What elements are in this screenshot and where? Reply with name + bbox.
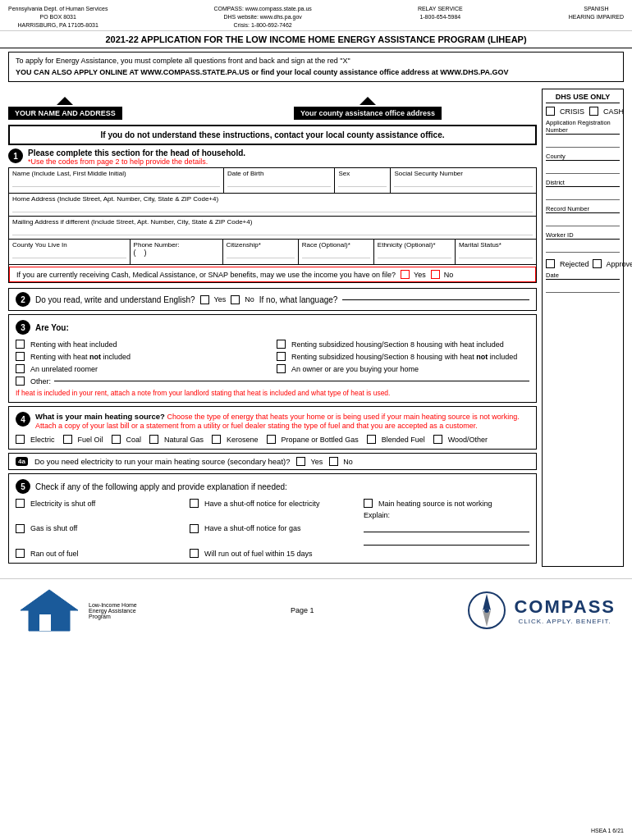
marital-value[interactable] [459, 249, 533, 258]
section-4-cb-wood[interactable] [433, 435, 442, 444]
section-3-cb-5[interactable] [16, 364, 25, 373]
section-4-title-bold: What is your main heating source? [35, 412, 165, 421]
dhs-county-line[interactable] [546, 162, 620, 174]
dhs-worker: Worker ID [546, 231, 620, 253]
ethnicity-value[interactable] [378, 249, 451, 258]
citizenship-value[interactable] [227, 249, 295, 258]
section-4-naturalgas[interactable]: Natural Gas [149, 435, 204, 444]
dhs-approved-checkbox[interactable] [593, 259, 602, 268]
apply-banner: To apply for Energy Assistance, you must… [8, 52, 624, 82]
section-4-cb-blended[interactable] [367, 435, 376, 444]
ssn-value[interactable] [394, 177, 533, 187]
section-2-yes-checkbox[interactable] [200, 295, 209, 304]
section-5-cb-3[interactable] [364, 499, 373, 508]
dhs-date-line[interactable] [546, 281, 620, 293]
section-4-fueloil[interactable]: Fuel Oil [63, 435, 103, 444]
section-3-other-field[interactable] [54, 381, 529, 381]
liheap-program-label: Low-Income Home Energy Assistance Progra… [89, 602, 138, 619]
section-3-option-1[interactable]: Renting with heat included [16, 340, 268, 349]
dhs-record-line[interactable] [546, 215, 620, 226]
section-3-option-4[interactable]: Renting subsidized housing/Section 8 hou… [277, 352, 529, 361]
dhs-approved-label[interactable]: Approved [593, 259, 632, 268]
mailing-address-label: Mailing Address if different (Include St… [12, 218, 533, 226]
home-address-value[interactable] [12, 203, 533, 212]
dhs-rejected-checkbox[interactable] [546, 259, 555, 268]
sex-value[interactable] [338, 177, 387, 187]
section-4-blended[interactable]: Blended Fuel [367, 435, 425, 444]
section-2-no-label[interactable]: No [231, 295, 254, 304]
main-title: 2021-22 APPLICATION FOR THE LOW INCOME H… [0, 31, 632, 48]
section-5-option-6[interactable]: Ran out of fuel [16, 549, 181, 558]
county-office-address-box: Your county assistance office address [294, 97, 442, 120]
header-col-3: RELAY SERVICE 1-800-654-5984 [418, 5, 463, 21]
section-4-cb-coal[interactable] [112, 435, 121, 444]
section-3-cb-3[interactable] [16, 352, 25, 361]
dhs-cash-checkbox[interactable] [589, 107, 598, 116]
dhs-crisis-label[interactable]: CRISIS [546, 107, 584, 116]
mailing-address-value[interactable] [12, 226, 533, 235]
footer-center: Page 1 [291, 606, 314, 614]
section-4a-no-checkbox[interactable] [329, 457, 338, 466]
section-3-cb-other[interactable] [16, 377, 25, 386]
section-3-other-option[interactable]: Other: [16, 377, 51, 386]
dhs-district-line[interactable] [546, 189, 620, 200]
section-3-cb-6[interactable] [277, 364, 286, 373]
section-5-cb-1[interactable] [16, 499, 25, 508]
section-4-cb-kerosene[interactable] [212, 435, 221, 444]
section-4-cb-naturalgas[interactable] [149, 435, 158, 444]
explain-line-2[interactable] [364, 536, 529, 546]
income-no-label[interactable]: No [431, 270, 454, 279]
section-4-wood[interactable]: Wood/Other [433, 435, 488, 444]
section-5-option-1[interactable]: Electricity is shut off [16, 499, 181, 508]
section-4a-yes-label[interactable]: Yes [296, 457, 323, 466]
section-3-option-5[interactable]: An unrelated roomer [16, 364, 268, 373]
section-2-no-checkbox[interactable] [231, 295, 240, 304]
section-5-cb-4[interactable] [16, 524, 25, 533]
section-5-option-7[interactable]: Will run out of fuel within 15 days [190, 549, 355, 558]
section-4-electric[interactable]: Electric [16, 435, 55, 444]
phone-area[interactable]: ( ) [134, 249, 219, 257]
section-4-cb-electric[interactable] [16, 435, 25, 444]
section-4-propane[interactable]: Propane or Bottled Gas [267, 435, 359, 444]
section-4-cb-fueloil[interactable] [63, 435, 72, 444]
ethnicity-label: Ethnicity (Optional)* [378, 241, 451, 249]
section-2-language-field[interactable] [342, 299, 529, 300]
dhs-cash-label[interactable]: CASH [589, 107, 624, 116]
section-4-kerosene[interactable]: Kerosene [212, 435, 259, 444]
explain-line-1[interactable] [364, 523, 529, 532]
section-3-cb-1[interactable] [16, 340, 25, 349]
section-5-cb-2[interactable] [190, 499, 199, 508]
race-value[interactable] [302, 249, 370, 258]
dhs-district: District [546, 179, 620, 200]
section-2-yes-label[interactable]: Yes [200, 295, 227, 304]
section-4a-yes-checkbox[interactable] [296, 457, 305, 466]
section-4a-no-label[interactable]: No [329, 457, 353, 466]
section-3-cb-4[interactable] [277, 352, 286, 361]
section-5-cb-7[interactable] [190, 549, 199, 558]
dhs-date: Date [546, 272, 620, 293]
section-5-option-5[interactable]: Have a shut-off notice for gas [190, 511, 355, 546]
county-value[interactable] [12, 249, 126, 258]
dhs-app-reg-line[interactable] [546, 136, 620, 148]
dhs-worker-line[interactable] [546, 241, 620, 253]
income-yes-checkbox[interactable] [401, 270, 410, 279]
income-no-checkbox[interactable] [431, 270, 440, 279]
section-5-option-4[interactable]: Gas is shut off [16, 511, 181, 546]
section-3-option-6[interactable]: An owner or are you buying your home [277, 364, 529, 373]
section-5-option-3[interactable]: Main heating source is not working [364, 499, 529, 508]
section-3-cb-2[interactable] [277, 340, 286, 349]
section-5: 5 Check if any of the following apply an… [8, 473, 537, 564]
dhs-rejected-label[interactable]: Rejected [546, 259, 589, 268]
income-yes-label[interactable]: Yes [401, 270, 426, 279]
section-5-option-2[interactable]: Have a shut-off notice for electricity [190, 499, 355, 508]
dob-value[interactable] [227, 177, 331, 187]
section-3-option-2[interactable]: Renting subsidized housing/Section 8 hou… [277, 340, 529, 349]
section-3-option-3[interactable]: Renting with heat not included [16, 352, 268, 361]
name-value[interactable] [12, 177, 220, 187]
dhs-crisis-checkbox[interactable] [546, 107, 555, 116]
section-4-cb-propane[interactable] [267, 435, 276, 444]
section-5-cb-5[interactable] [190, 524, 199, 533]
section-4-coal[interactable]: Coal [112, 435, 142, 444]
ethnicity-field: Ethnicity (Optional)* [374, 240, 456, 264]
section-5-cb-6[interactable] [16, 549, 25, 558]
